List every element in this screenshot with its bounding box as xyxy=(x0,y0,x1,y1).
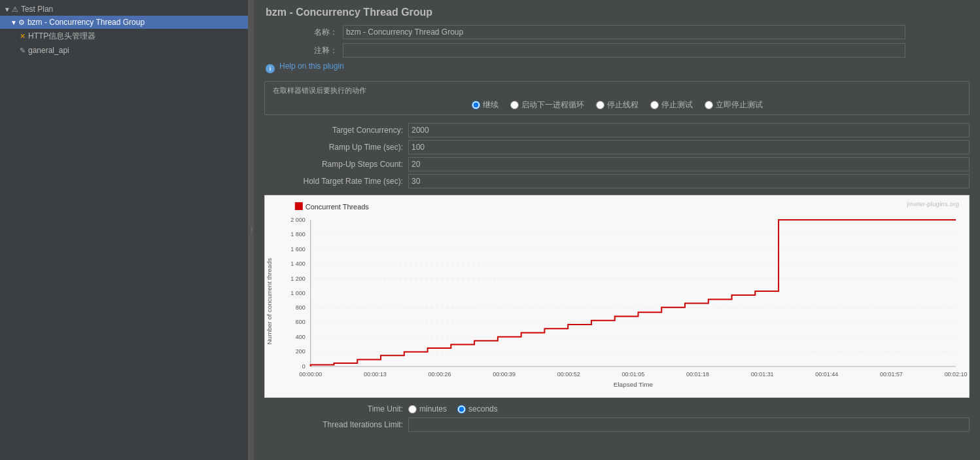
error-radio-stop-thread[interactable] xyxy=(596,101,604,109)
ramp-up-steps-input[interactable] xyxy=(408,157,970,171)
sidebar-item-label-api: ganeral_api xyxy=(28,46,69,55)
ramp-up-steps-row: Ramp-Up Steps Count: xyxy=(264,157,970,171)
svg-text:400: 400 xyxy=(296,334,306,340)
warning-icon: ⚠ xyxy=(12,5,18,14)
error-option-stop-test[interactable]: 停止测试 xyxy=(650,99,693,111)
svg-text:600: 600 xyxy=(296,319,306,325)
error-radio-group: 继续 启动下一进程循环 停止线程 停止测试 立即停止测试 xyxy=(273,99,961,111)
svg-text:00:00:52: 00:00:52 xyxy=(557,371,580,378)
name-label: 名称： xyxy=(264,27,343,38)
target-concurrency-input[interactable] xyxy=(408,123,970,137)
main-content: bzm - Concurrency Thread Group 名称： 注释： i… xyxy=(254,0,980,460)
target-concurrency-row: Target Concurrency: xyxy=(264,123,970,137)
time-unit-seconds-option[interactable]: seconds xyxy=(457,404,498,414)
error-radio-stop-test[interactable] xyxy=(650,101,659,109)
svg-text:1 000: 1 000 xyxy=(290,290,305,296)
sidebar-item-test-plan[interactable]: ▼ ⚠ Test Plan xyxy=(0,3,248,16)
content-area: bzm - Concurrency Thread Group 名称： 注释： i… xyxy=(254,0,980,441)
svg-text:1 600: 1 600 xyxy=(290,246,305,253)
time-unit-seconds-radio[interactable] xyxy=(457,405,466,414)
sidebar-item-http-header[interactable]: ✕ HTTP信息头管理器 xyxy=(0,29,248,44)
page-title: bzm - Concurrency Thread Group xyxy=(264,7,970,18)
svg-text:00:00:00: 00:00:00 xyxy=(299,371,322,378)
expand-arrow-bzm: ▼ xyxy=(10,19,17,26)
hold-target-rate-row: Hold Target Rate Time (sec): xyxy=(264,174,970,188)
error-radio-stop-test-now[interactable] xyxy=(705,101,713,109)
script-icon: ✎ xyxy=(20,46,26,55)
svg-text:00:00:39: 00:00:39 xyxy=(493,371,516,378)
thread-iterations-label: Thread Iterations Limit: xyxy=(264,420,408,429)
svg-text:1 200: 1 200 xyxy=(290,275,305,282)
svg-text:0: 0 xyxy=(302,363,306,370)
name-row: 名称： xyxy=(264,25,970,39)
chart-svg: jmeter-plugins.org Concurrent Threads Nu… xyxy=(265,196,969,397)
ramp-up-steps-label: Ramp-Up Steps Count: xyxy=(264,160,408,169)
error-option-stop-test-now[interactable]: 立即停止测试 xyxy=(705,99,763,111)
legend-label: Concurrent Threads xyxy=(306,203,370,211)
error-label-next-loop: 启动下一进程循环 xyxy=(521,99,584,111)
thread-iterations-row: Thread Iterations Limit: xyxy=(264,417,970,432)
sidebar-item-label-bzm: bzm - Concurrency Thread Group xyxy=(27,18,145,27)
ramp-up-time-label: Ramp Up Time (sec): xyxy=(264,143,408,152)
ramp-up-time-row: Ramp Up Time (sec): xyxy=(264,140,970,154)
error-radio-next-loop[interactable] xyxy=(510,101,519,109)
sidebar-item-general-api[interactable]: ✎ ganeral_api xyxy=(0,44,248,57)
thread-iterations-input[interactable] xyxy=(408,417,970,432)
sidebar-item-bzm-thread-group[interactable]: ▼ ⚙ bzm - Concurrency Thread Group xyxy=(0,16,248,29)
chart-container: jmeter-plugins.org Concurrent Threads Nu… xyxy=(264,195,970,398)
svg-text:00:00:13: 00:00:13 xyxy=(364,371,387,378)
target-concurrency-label: Target Concurrency: xyxy=(264,126,408,135)
svg-text:00:01:31: 00:01:31 xyxy=(751,371,774,378)
error-label-stop-thread: 停止线程 xyxy=(607,99,639,111)
time-unit-label: Time Unit: xyxy=(264,404,408,414)
error-label-stop-test-now: 立即停止测试 xyxy=(716,99,763,111)
comment-row: 注释： xyxy=(264,43,970,58)
svg-text:1 800: 1 800 xyxy=(290,231,305,238)
svg-text:2 000: 2 000 xyxy=(290,217,305,223)
svg-text:200: 200 xyxy=(296,348,306,355)
time-unit-seconds-label: seconds xyxy=(468,404,498,414)
error-label-stop-test: 停止测试 xyxy=(661,99,693,111)
svg-text:00:00:26: 00:00:26 xyxy=(429,371,451,378)
error-label-continue: 继续 xyxy=(483,99,499,111)
legend-color xyxy=(295,202,303,210)
svg-text:800: 800 xyxy=(296,304,306,311)
time-unit-minutes-option[interactable]: minutes xyxy=(408,404,447,414)
error-option-next-loop[interactable]: 启动下一进程循环 xyxy=(510,99,584,111)
name-input[interactable] xyxy=(343,25,905,39)
ramp-up-time-input[interactable] xyxy=(408,140,970,154)
svg-text:00:01:05: 00:01:05 xyxy=(621,371,644,378)
time-unit-row: Time Unit: minutes seconds xyxy=(264,404,970,414)
error-section-title: 在取样器错误后要执行的动作 xyxy=(273,86,961,96)
time-unit-options: minutes seconds xyxy=(408,404,498,414)
svg-text:00:01:18: 00:01:18 xyxy=(686,371,709,378)
help-row: i Help on this plugin xyxy=(264,62,970,76)
error-radio-continue[interactable] xyxy=(472,101,480,109)
gear-icon: ⚙ xyxy=(18,18,25,27)
info-icon: i xyxy=(266,64,275,73)
y-axis-label: Number of concurrent threads xyxy=(266,258,273,344)
svg-text:00:01:44: 00:01:44 xyxy=(815,371,838,378)
help-link[interactable]: Help on this plugin xyxy=(278,62,344,71)
time-unit-minutes-radio[interactable] xyxy=(408,405,417,414)
sidebar: ▼ ⚠ Test Plan ▼ ⚙ bzm - Concurrency Thre… xyxy=(0,0,249,460)
config-section: Target Concurrency: Ramp Up Time (sec): … xyxy=(264,123,970,188)
hold-target-rate-input[interactable] xyxy=(408,174,970,188)
svg-text:00:02:10: 00:02:10 xyxy=(945,371,968,378)
error-option-continue[interactable]: 继续 xyxy=(472,99,499,111)
sidebar-item-label: Test Plan xyxy=(21,5,53,14)
chart-watermark: jmeter-plugins.org xyxy=(906,200,959,207)
sidebar-item-label-http: HTTP信息头管理器 xyxy=(28,31,96,42)
expand-arrow: ▼ xyxy=(4,6,10,13)
time-unit-minutes-label: minutes xyxy=(419,404,447,414)
sidebar-divider[interactable]: ··· xyxy=(249,0,254,460)
comment-input[interactable] xyxy=(343,43,905,58)
hold-target-rate-label: Hold Target Rate Time (sec): xyxy=(264,177,408,186)
svg-text:Elapsed Time: Elapsed Time xyxy=(614,381,654,388)
http-icon: ✕ xyxy=(20,32,26,41)
svg-text:00:01:57: 00:01:57 xyxy=(880,371,903,378)
error-option-stop-thread[interactable]: 停止线程 xyxy=(596,99,639,111)
svg-text:1 400: 1 400 xyxy=(290,260,305,267)
comment-label: 注释： xyxy=(264,45,343,56)
error-section: 在取样器错误后要执行的动作 继续 启动下一进程循环 停止线程 停止测试 xyxy=(264,81,970,115)
